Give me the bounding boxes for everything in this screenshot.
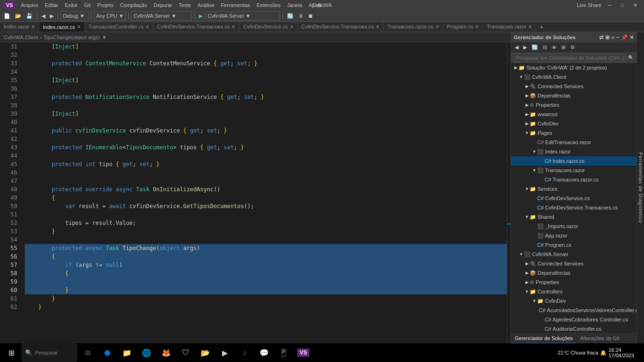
se-close-panel-btn[interactable]: −	[616, 35, 619, 41]
tab-close[interactable]: ✕	[231, 24, 235, 29]
se-options-btn[interactable]: ≡	[611, 35, 614, 41]
taskbar-app1[interactable]: 🛡	[176, 343, 195, 362]
menu-projeto[interactable]: Projeto	[94, 1, 116, 9]
tab-cvfindev-service[interactable]: CvfinDevService.cs ✕	[239, 22, 297, 32]
toolbar-open[interactable]: 📂	[13, 11, 23, 21]
toolbar-misc2[interactable]: ⏸	[296, 11, 305, 21]
cpu-config[interactable]: Any CPU▼	[94, 11, 126, 21]
menu-depurar[interactable]: Depurar	[151, 1, 175, 9]
toolbar-forward[interactable]: ▶	[48, 11, 56, 21]
tab-transacoes-razor-cs[interactable]: Transacoes.razor.cs ✕	[384, 22, 443, 32]
se-refresh-btn[interactable]: 🔄	[530, 43, 540, 52]
tree-server-deps[interactable]: ▶ 📦 Dependências	[511, 268, 637, 278]
se-show-all-btn[interactable]: 👁	[550, 43, 559, 52]
se-tab-solution[interactable]: Gerenciador de Soluções	[511, 334, 576, 343]
taskbar-app6[interactable]: 📱	[274, 343, 293, 362]
taskbar-browser2[interactable]: 🦊	[157, 343, 175, 362]
code-content[interactable]: [Inject] protected ContextMenuService Co…	[21, 42, 507, 343]
maximize-btn[interactable]: □	[618, 2, 627, 8]
tree-cvfindev-folder[interactable]: ▶ 📁 CvfinDev	[511, 119, 637, 128]
menu-editar[interactable]: Editar	[42, 1, 61, 9]
menu-arquivo[interactable]: Arquivo	[18, 1, 41, 9]
tree-pages[interactable]: ▼ 📁 Pages	[511, 128, 637, 138]
start-button[interactable]: ⊞	[2, 343, 21, 362]
tree-program-cs[interactable]: C# Program.cs	[511, 240, 637, 250]
tree-agentes[interactable]: C# AgentesCobradores Controller.cs	[511, 315, 637, 324]
tree-transacoes-razor-cs[interactable]: C# Transacoes.razor.cs	[511, 175, 637, 184]
tree-acumulados[interactable]: C# AcumuladosServicosValoresController.c…	[511, 306, 637, 315]
menu-janela[interactable]: Janela	[284, 1, 305, 9]
taskbar-app4[interactable]: ♪	[235, 343, 254, 362]
tree-index-razor[interactable]: ▼ ⬛ Index.razor	[511, 147, 637, 156]
menu-analise[interactable]: Análise	[195, 1, 217, 9]
se-forward-btn[interactable]: ▶	[521, 43, 529, 52]
toolbar-save[interactable]: 💾	[24, 11, 35, 21]
tree-index-razor-cs[interactable]: C# Index.razor.cs	[511, 156, 637, 166]
se-close-btn[interactable]: ✕	[630, 35, 634, 41]
tab-transacoes-controller[interactable]: TransacoesController.cs ✕	[85, 22, 154, 32]
taskbar-explorer[interactable]: 📁	[118, 343, 136, 362]
code-editor[interactable]: 31 32 33 34 35 36 37 38 39 40 41 42 43 4…	[0, 42, 511, 343]
tab-close[interactable]: ✕	[77, 24, 81, 29]
tab-close[interactable]: ✕	[31, 24, 35, 29]
se-back-btn[interactable]: ◀	[513, 43, 520, 52]
tree-wwwroot[interactable]: ▶ 📁 wwwroot	[511, 110, 637, 119]
tree-transacoes-razor[interactable]: ▼ ⬛ Transacoes.razor	[511, 166, 637, 175]
breadcrumb-client[interactable]: CvfinWA.Client	[4, 35, 38, 40]
tree-cvfindev-controllers[interactable]: ▼ 📁 CvfinDev	[511, 296, 637, 306]
se-filter-btn2[interactable]: ⊞	[560, 43, 567, 52]
tab-index-razor-cs[interactable]: Index.razor.cs ✕	[39, 22, 84, 32]
taskbar-app5[interactable]: 💬	[255, 343, 273, 362]
toolbar-misc3[interactable]: ⏹	[306, 11, 315, 21]
tree-server-project[interactable]: ▼ ⬛ CvfinWA.Server	[511, 250, 637, 259]
server-config[interactable]: CvfinWA.Server▼	[131, 11, 192, 21]
tab-add[interactable]: +	[538, 22, 545, 32]
tree-auditoria[interactable]: C# AuditoriaController.cs	[511, 324, 637, 333]
tab-cvfindev-svc-transacoes[interactable]: CvfinDevService.Transacoes.cs ✕	[298, 22, 384, 32]
menu-extensoes[interactable]: Extensões	[254, 1, 283, 9]
taskbar-chrome[interactable]: 🌐	[137, 343, 156, 362]
se-pin-btn[interactable]: 📌	[621, 35, 628, 41]
tree-cvfindev-svc-transacoes[interactable]: C# CvfinDevService.Transacoes.cs	[511, 203, 637, 212]
tab-cvfindev-transacoes[interactable]: CvfinDevService.Transacoes.cs ✕	[154, 22, 239, 32]
tab-close[interactable]: ✕	[290, 24, 294, 29]
tree-services[interactable]: ▼ 📁 Services	[511, 184, 637, 194]
menu-exibir[interactable]: Exibir	[62, 1, 81, 9]
tree-solution[interactable]: ▶ 📁 Solução 'CvfinWA' (2 de 2 projetos)	[511, 63, 637, 72]
tab-program-cs[interactable]: Program.cs ✕	[443, 22, 483, 32]
menu-compilacao[interactable]: Compilação	[117, 1, 150, 9]
tab-close[interactable]: ✕	[435, 24, 439, 29]
tree-properties[interactable]: ▶ ⚙ Properties	[511, 100, 637, 110]
taskbar-vs[interactable]: VS	[294, 343, 313, 362]
tree-app-razor[interactable]: ⬛ App.razor	[511, 231, 637, 240]
se-filter-btn[interactable]: ⊞	[605, 35, 609, 41]
tree-client-project[interactable]: ▼ ⬛ CvfinWA.Client	[511, 72, 637, 82]
toolbar-misc1[interactable]: 🔄	[285, 11, 295, 21]
taskbar-notification[interactable]: 🔔	[600, 350, 607, 356]
menu-ferramentas[interactable]: Ferramentas	[218, 1, 252, 9]
toolbar-back[interactable]: ◀	[40, 11, 47, 21]
tree-dependencies[interactable]: ▶ 📦 Dependências	[511, 91, 637, 100]
tab-close[interactable]: ✕	[475, 24, 479, 29]
tab-close[interactable]: ✕	[528, 24, 532, 29]
tree-edit-transacao[interactable]: C# EditTransacao.razor	[511, 138, 637, 147]
breadcrumb-method[interactable]: TipoChange(object args)	[43, 35, 100, 40]
se-sync-btn[interactable]: ⇄	[599, 35, 603, 41]
search-taskbar[interactable]: 🔍 Pesquisar	[21, 343, 77, 362]
tree-controllers[interactable]: ▼ 📁 Controllers	[511, 287, 637, 296]
toolbar-new[interactable]: 📄	[2, 11, 12, 21]
tab-close[interactable]: ✕	[376, 24, 379, 29]
tree-server-props[interactable]: ▶ ⚙ Properties	[511, 278, 637, 287]
se-search-input[interactable]	[514, 54, 626, 62]
minimize-btn[interactable]: ─	[605, 2, 615, 8]
tab-index-razor[interactable]: Index.razor ✕	[0, 22, 39, 32]
menu-teste[interactable]: Teste	[176, 1, 194, 9]
run-config[interactable]: CvfinWA.Server ▼	[205, 11, 280, 21]
taskbar-edge[interactable]: ⬣	[98, 343, 117, 362]
se-props-btn[interactable]: ⚙	[568, 43, 577, 52]
tree-shared[interactable]: ▼ 📁 Shared	[511, 212, 637, 222]
close-btn[interactable]: ✕	[630, 2, 640, 8]
tree-cvfindev-svc[interactable]: C# CvfinDevService.cs	[511, 194, 637, 203]
se-tab-git[interactable]: Alterações do Git	[576, 334, 623, 343]
tab-close[interactable]: ✕	[146, 24, 149, 29]
